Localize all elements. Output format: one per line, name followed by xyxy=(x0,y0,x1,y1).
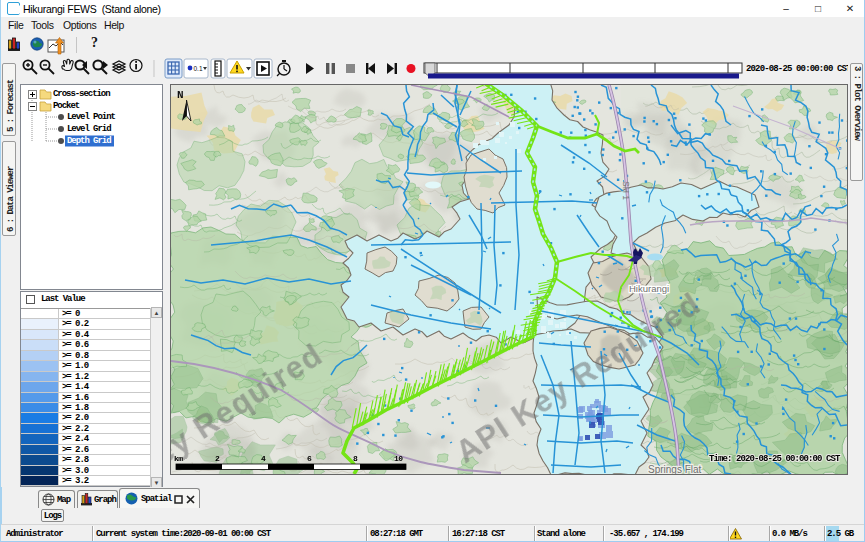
svg-text:Springs Flat: Springs Flat xyxy=(648,464,702,474)
svg-text:6: 6 xyxy=(307,454,312,463)
svg-text:8: 8 xyxy=(353,454,358,463)
svg-text:SH 1: SH 1 xyxy=(621,181,631,200)
svg-text:Time: 2020-08-25 00:00:00 CST: Time: 2020-08-25 00:00:00 CST xyxy=(709,454,841,464)
svg-text:km: km xyxy=(174,454,183,463)
svg-text:10: 10 xyxy=(394,454,403,463)
svg-text:N: N xyxy=(177,89,184,101)
svg-text:2020-08-25 00:00:00 CST: 2020-08-25 00:00:00 CST xyxy=(746,64,848,74)
svg-text:2: 2 xyxy=(215,454,220,463)
svg-text:4: 4 xyxy=(261,454,266,463)
svg-text:0.1: 0.1 xyxy=(194,65,203,72)
svg-text:Hikurangi: Hikurangi xyxy=(629,283,669,294)
